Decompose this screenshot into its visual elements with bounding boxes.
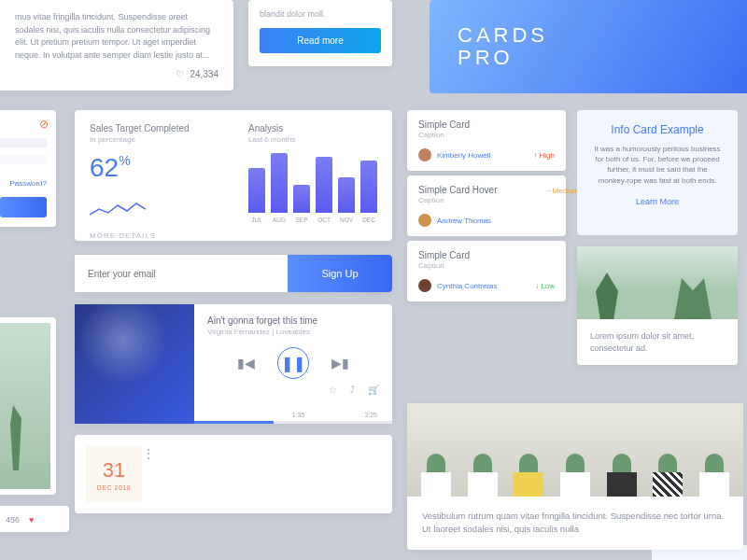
priority-tag: ↓ Low (535, 282, 555, 290)
hero-image (407, 403, 743, 497)
login-field-2[interactable] (0, 155, 47, 164)
stats-card: Sales Target Completed In percentage 62%… (75, 110, 392, 241)
event-card: 31 DEC 2018 World Wide Developer Confere… (75, 435, 392, 513)
more-details-link[interactable]: MORE DETAILS (90, 231, 218, 240)
info-body: It was a humorously perilous business fo… (592, 144, 723, 186)
image-card: Lorem ipsum dolor sit amet, consectetur … (577, 246, 738, 365)
close-icon[interactable]: ⊘ (39, 118, 49, 131)
bar (316, 157, 332, 213)
event-date: 31 DEC 2018 (86, 446, 142, 502)
star-icon[interactable]: ☆ (329, 385, 337, 395)
avatar (418, 214, 431, 227)
signup-form: Sign Up (75, 255, 392, 292)
article-card: mus vitae fringilla tincidunt. Suspendis… (0, 0, 233, 91)
info-title: Info Card Example (592, 123, 723, 136)
article-text: mus vitae fringilla tincidunt. Suspendis… (15, 11, 218, 62)
polaroid-card (0, 317, 56, 495)
user-name: Kimberly Howell (437, 151, 490, 160)
more-icon[interactable]: ⋮ (142, 446, 155, 502)
signup-button[interactable]: Sign Up (288, 255, 392, 292)
music-player: Ain't gonna forget this time Virginia Fe… (75, 304, 392, 424)
time-total: 3:25 (364, 412, 377, 418)
readmore-desc: blandit dolor moll. (260, 9, 381, 19)
album-art (75, 304, 194, 424)
hero-card: Vestibulum rutrum quam vitae fringilla t… (407, 403, 743, 550)
login-card: ⊘ Password? (0, 110, 56, 227)
analysis-label: Analysis (248, 123, 377, 133)
like-bar: 456 ♥ (0, 506, 69, 532)
bar-chart (248, 151, 377, 213)
heart-icon[interactable]: ♥ (29, 515, 34, 525)
share-icon[interactable]: ⤴ (350, 385, 355, 395)
target-sublabel: In percentage (90, 135, 218, 144)
readmore-button[interactable]: Read more (260, 28, 381, 53)
avatar (418, 148, 431, 161)
month-labels: JULAUGSEPOCTNOVDEC (248, 217, 377, 223)
priority-tag: ↑ High (533, 151, 555, 160)
simple-card-1[interactable]: Simple Card Caption Kimberly Howell ↑ Hi… (407, 110, 566, 171)
bar (271, 153, 288, 213)
learn-more-link[interactable]: Learn More (592, 197, 723, 206)
hero-text: Vestibulum rutrum quam vitae fringilla t… (407, 497, 743, 550)
login-button[interactable] (0, 197, 47, 217)
time-current: 1:35 (292, 412, 305, 418)
like-count: 24,334 (190, 69, 218, 79)
readmore-card: blandit dolor moll. Read more (248, 0, 392, 66)
forgot-password-link[interactable]: Password? (0, 179, 47, 188)
email-input[interactable] (75, 255, 288, 292)
bar (360, 161, 377, 213)
progress-bar[interactable] (194, 421, 392, 424)
priority-tag: →Medium (545, 187, 579, 195)
card-image (577, 246, 738, 319)
next-icon[interactable]: ▶▮ (331, 356, 349, 371)
user-name: Cynthia Contreras (437, 282, 497, 290)
bar (293, 185, 310, 213)
analysis-sublabel: Last 6 months (248, 135, 377, 144)
track-title: Ain't gonna forget this time (207, 315, 379, 326)
polaroid-image (0, 323, 50, 489)
heart-icon[interactable]: ♡ (176, 69, 184, 79)
target-percent: 62% (90, 153, 218, 183)
login-field-1[interactable] (0, 138, 47, 147)
track-artist: Virginia Fernandez | Loveables (207, 328, 379, 336)
bar (338, 177, 355, 213)
target-label: Sales Target Completed (90, 123, 218, 133)
simple-card-3[interactable]: Simple Card Caption Cynthia Contreras ↓ … (407, 241, 566, 301)
prev-icon[interactable]: ▮◀ (237, 356, 255, 371)
card-text: Lorem ipsum dolor sit amet, consectetur … (577, 319, 738, 365)
pause-icon[interactable]: ❚❚ (277, 347, 309, 379)
banner-line-1: CARDS (458, 24, 747, 47)
info-card: Info Card Example It was a humorously pe… (577, 110, 738, 235)
user-name: Andrew Thomas (437, 217, 491, 225)
sparkline (90, 202, 146, 218)
banner-line-2: PRO (458, 47, 747, 69)
bar (248, 168, 265, 213)
title-banner: CARDS PRO (430, 0, 747, 93)
like-count: 456 (6, 515, 20, 525)
simple-card-2[interactable]: Simple Card Hover Caption →Medium Andrew… (407, 175, 566, 236)
avatar (418, 279, 431, 292)
cart-icon[interactable]: 🛒 (368, 385, 379, 395)
